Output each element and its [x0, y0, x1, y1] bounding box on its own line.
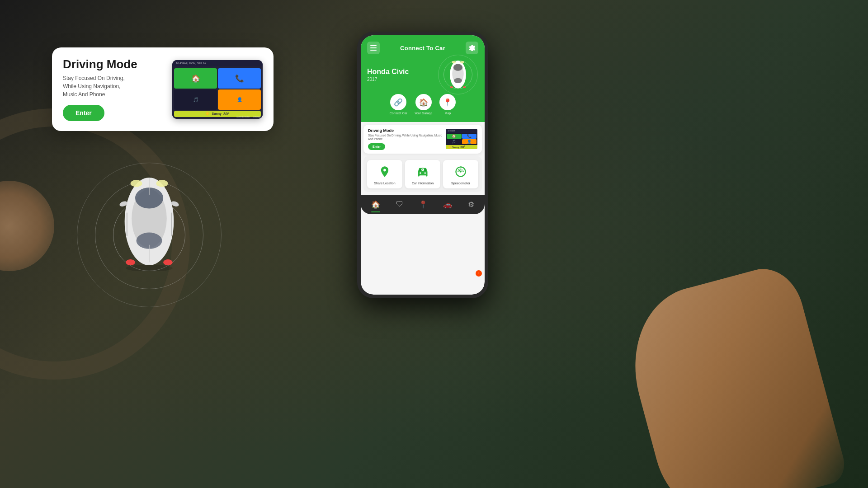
gear-icon [469, 45, 475, 51]
grid-car-information[interactable]: i Car Information [405, 160, 440, 188]
phone-green-header: Connect To Car Honda Civic 2017 [361, 35, 485, 122]
nav-location[interactable]: 📍 [415, 198, 431, 211]
phone-header-row: Connect To Car [367, 42, 478, 54]
mini-music: 🎵 [447, 139, 462, 144]
driving-mode-title: Driving Mode [63, 57, 163, 71]
car-information-label: Car Information [412, 182, 434, 185]
menu-lines [370, 45, 377, 51]
svg-point-14 [126, 265, 173, 271]
car-information-icon: i [415, 164, 431, 180]
driving-mode-desc: Stay Focused On Driving,While Using Navi… [63, 74, 163, 99]
hand-left-skin [0, 181, 54, 271]
speedometer-label-text: Speedometer [451, 182, 470, 185]
speedometer-svg [454, 165, 467, 178]
screen-body: 🏠 📞 🎵 👤 ☀️ Sunny 30° [172, 66, 263, 119]
menu-line-3 [370, 50, 377, 51]
map-label: Map [445, 112, 451, 115]
screen-time: 10:43AM | MON, SEP 3# [176, 62, 206, 65]
driving-card-text: Driving Mode Stay Focused On Driving, Wh… [368, 128, 442, 150]
mini-home: 🏠 [447, 134, 462, 139]
nav-car-icon: 🚗 [443, 200, 452, 209]
menu-line-2 [370, 47, 377, 48]
phone-menu-button[interactable] [367, 42, 380, 54]
phone-car-name: Honda Civic [367, 68, 409, 76]
map-icon: 📍 [439, 94, 456, 110]
svg-point-7 [163, 259, 173, 265]
hand-skin [616, 261, 849, 488]
car-ripple-2 [443, 60, 472, 89]
weather-label: Sunny [452, 146, 459, 149]
speedometer-icon-large [453, 164, 469, 180]
nav-home[interactable]: 🏠 [368, 198, 384, 211]
screen-bottom-labels: Speedometer Settings [236, 115, 261, 118]
driving-mode-enter-button[interactable]: Enter [63, 105, 104, 121]
driving-card-enter-button[interactable]: Enter [368, 143, 385, 150]
phone-car-image-container [438, 59, 478, 90]
mini-time: 10:43AM [448, 130, 455, 132]
screen-top-bar: 10:43AM | MON, SEP 3# [172, 60, 263, 66]
phone-mockup: Connect To Car Honda Civic 2017 [357, 32, 488, 298]
car-info-icon: i [416, 165, 429, 178]
speedometer-label: Speedometer [236, 115, 250, 118]
device-screen: 10:43AM | MON, SEP 3# 🏠 📞 🎵 👤 ☀️ Sunny 3… [172, 60, 263, 119]
temp-label: 30° [460, 145, 465, 149]
driving-mode-text: Driving Mode Stay Focused On Driving,Whi… [63, 57, 163, 121]
share-location-icon [377, 164, 393, 180]
phone-car-year: 2017 [367, 77, 409, 82]
mini-grid: 🏠 📞 🎵 👤 [446, 133, 477, 145]
car-top-view-large [113, 172, 185, 271]
svg-point-5 [156, 180, 168, 187]
phone-settings-button[interactable] [466, 42, 478, 54]
hand-right [606, 217, 832, 488]
share-location-label: Share Location [374, 182, 395, 185]
mini-contact: 👤 [462, 139, 477, 144]
phone-driving-mode-card: Driving Mode Stay Focused On Driving, Wh… [363, 125, 482, 154]
screen-cell-music: 🎵 [174, 89, 217, 110]
nav-shield-icon: 🛡 [396, 200, 403, 208]
nav-location-icon: 📍 [419, 200, 428, 209]
nav-settings[interactable]: ⚙ [464, 198, 478, 211]
mini-status-bar: 10:43AM [446, 129, 477, 133]
grid-speedometer[interactable]: Speedometer [443, 160, 478, 188]
phone-screen: Connect To Car Honda Civic 2017 [361, 35, 485, 295]
device-mockup: 10:43AM | MON, SEP 3# 🏠 📞 🎵 👤 ☀️ Sunny 3… [172, 60, 263, 119]
driving-card-screen: 10:43AM 🏠 📞 🎵 👤 ☀️ Sunny 30° ! [446, 129, 477, 149]
weather-icon: ☀️ [448, 145, 451, 149]
mini-phone: 📞 [462, 134, 477, 139]
quick-action-map[interactable]: 📍 Map [439, 94, 456, 115]
phone-app-title: Connect To Car [400, 45, 445, 52]
garage-label: Your Garage [415, 112, 432, 115]
nav-shield[interactable]: 🛡 [392, 198, 407, 210]
garage-icon: 🏠 [415, 94, 432, 110]
connect-car-icon: 🔗 [390, 94, 406, 110]
driving-card-desc: Stay Focused On Driving, While Using Nav… [368, 134, 442, 141]
nav-settings-icon: ⚙ [468, 200, 474, 209]
phone-car-details: Honda Civic 2017 [367, 68, 409, 82]
grid-share-location[interactable]: Share Location [367, 160, 402, 188]
settings-label: Settings [253, 115, 261, 118]
connect-car-label: Connect Car [390, 112, 407, 115]
svg-point-28 [460, 171, 462, 173]
nav-car[interactable]: 🚗 [439, 198, 456, 211]
location-pin-icon [378, 165, 391, 178]
phone-grid-section: Share Location i Car Information [363, 156, 482, 192]
driving-mode-card: Driving Mode Stay Focused On Driving,Whi… [52, 47, 274, 131]
phone-quick-actions: 🔗 Connect Car 🏠 Your Garage 📍 Map [367, 94, 478, 115]
large-car-container [77, 149, 222, 321]
mini-weather: ☀️ Sunny 30° [446, 145, 477, 149]
mini-screen: 10:43AM 🏠 📞 🎵 👤 ☀️ Sunny 30° ! [446, 129, 477, 149]
svg-text:i: i [422, 169, 423, 171]
phone-bottom-nav: 🏠 🛡 📍 🚗 ⚙ [361, 195, 485, 214]
screen-cell-contacts: 👤 [218, 89, 261, 110]
svg-point-4 [131, 180, 142, 187]
screen-cell-nav: 🏠 [174, 68, 217, 89]
quick-action-garage[interactable]: 🏠 Your Garage [415, 94, 432, 115]
phone-car-info: Honda Civic 2017 [367, 59, 478, 90]
driving-card-title: Driving Mode [368, 128, 442, 133]
svg-point-23 [420, 172, 421, 174]
svg-point-6 [126, 259, 135, 265]
quick-action-connect[interactable]: 🔗 Connect Car [390, 94, 407, 115]
menu-line-1 [370, 45, 377, 46]
svg-point-24 [425, 172, 426, 174]
screen-cell-phone: 📞 [218, 68, 261, 89]
